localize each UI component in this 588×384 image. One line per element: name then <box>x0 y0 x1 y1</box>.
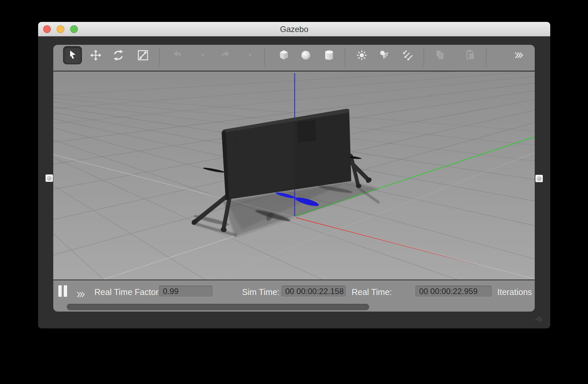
redo-history-button[interactable] <box>241 46 259 64</box>
more-tools-button[interactable] <box>510 46 528 64</box>
real-time-factor-label: Real Time Factor: <box>94 287 161 297</box>
spot-light-button[interactable] <box>376 46 393 64</box>
undo-history-button[interactable] <box>194 46 212 64</box>
rotate-arrows-icon <box>112 49 125 62</box>
sun-burst-icon <box>355 49 368 62</box>
paste-button[interactable] <box>462 46 479 64</box>
triple-chevron-right-icon <box>514 51 525 60</box>
horizontal-scrollbar-thumb[interactable] <box>67 304 369 310</box>
pause-icon <box>58 285 67 297</box>
real-time-field[interactable]: 00 00:00:22.959 <box>415 286 492 297</box>
main-panel: Real Time Factor: 0.99 Sim Time: 00 00:0… <box>53 45 535 312</box>
point-light-button[interactable] <box>353 46 371 64</box>
move-arrows-icon <box>89 49 102 62</box>
splitter-grip-icon <box>47 176 52 181</box>
toolbar-separator <box>423 49 424 66</box>
dropdown-triangle-icon <box>248 54 253 57</box>
insert-cylinder-button[interactable] <box>320 46 338 64</box>
resize-grip-icon[interactable] <box>531 312 545 324</box>
toolbar-separator <box>486 49 487 66</box>
pause-button[interactable] <box>58 285 67 298</box>
splitter-handle-right[interactable] <box>535 175 543 182</box>
splitter-handle-left[interactable] <box>46 174 53 182</box>
directional-light-button[interactable] <box>399 46 416 64</box>
toolbar-separator <box>264 49 265 66</box>
copy-pages-icon <box>434 49 447 62</box>
horizontal-scrollbar[interactable] <box>53 302 535 312</box>
3d-viewport[interactable] <box>53 71 535 280</box>
desktop-background: Gazebo <box>0 0 588 384</box>
sim-time-label: Sim Time: <box>242 287 280 297</box>
toolbar-separator <box>159 49 160 66</box>
splitter-grip-icon <box>537 176 541 181</box>
undo-button[interactable] <box>169 46 186 64</box>
step-expand-button[interactable] <box>76 291 87 299</box>
scale-arrows-icon <box>137 49 149 62</box>
undo-arrow-icon <box>171 49 184 62</box>
dropdown-triangle-icon <box>201 54 205 57</box>
gazebo-window: Gazebo <box>38 22 550 328</box>
wing-hatch <box>298 120 316 142</box>
toolbar-separator <box>345 49 345 66</box>
rotate-tool-button[interactable] <box>110 46 127 64</box>
redo-arrow-icon <box>219 49 232 62</box>
cube-icon <box>277 49 290 62</box>
window-titlebar[interactable]: Gazebo <box>38 22 550 36</box>
window-title: Gazebo <box>38 22 550 36</box>
translate-tool-button[interactable] <box>87 46 105 64</box>
select-tool-button[interactable] <box>64 47 81 64</box>
cylinder-icon <box>323 49 335 62</box>
cursor-arrow-icon <box>66 49 79 61</box>
iterations-label: Iterations <box>497 287 532 297</box>
sim-time-field[interactable]: 00 00:00:22.158 <box>282 286 346 297</box>
scale-tool-button[interactable] <box>134 46 152 64</box>
sphere-icon <box>299 49 312 62</box>
toolbar <box>53 45 535 71</box>
redo-button[interactable] <box>216 46 234 64</box>
paste-clipboard-icon <box>464 49 477 62</box>
real-time-label: Real Time: <box>352 287 392 297</box>
triple-chevron-right-icon <box>76 291 87 298</box>
status-bar: Real Time Factor: 0.99 Sim Time: 00 00:0… <box>53 280 535 302</box>
insert-sphere-button[interactable] <box>297 46 315 64</box>
real-time-factor-field[interactable]: 0.99 <box>159 286 212 297</box>
diagonal-arrows-icon <box>401 49 414 62</box>
spot-rays-icon <box>378 49 391 62</box>
copy-button[interactable] <box>432 46 449 64</box>
insert-box-button[interactable] <box>275 46 293 64</box>
